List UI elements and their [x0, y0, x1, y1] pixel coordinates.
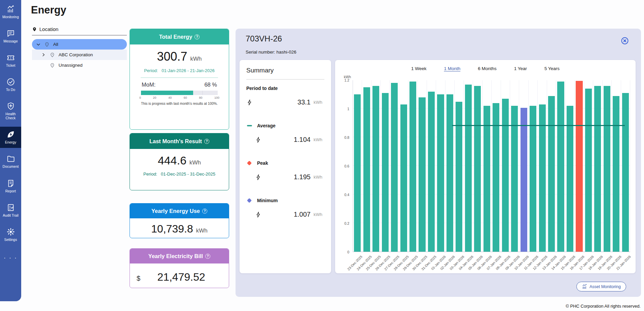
x-axis-labels: 23-Dec-202524-Dec-202525-Dec-202526-Dec-…: [353, 252, 630, 272]
info-icon[interactable]: ?: [202, 209, 207, 214]
mom-scale-tick: 20: [153, 96, 156, 99]
tab-1-month[interactable]: 1 Month: [444, 66, 460, 71]
bar-slot: [621, 80, 630, 252]
chevron-right-icon[interactable]: [41, 53, 46, 57]
energy-bar[interactable]: [400, 104, 407, 252]
peak-row: 1.195 kWh: [246, 173, 324, 181]
minimum-value: 1.007: [294, 211, 311, 218]
energy-bar[interactable]: [604, 86, 610, 252]
energy-bar[interactable]: [557, 82, 564, 252]
sidebar-item-label: Monitoring: [2, 15, 19, 19]
sidebar-item-message[interactable]: Message: [0, 26, 21, 47]
mom-progress-bar: [141, 91, 218, 95]
location-tree: All ABC Corporation Unassigned: [32, 39, 127, 70]
average-row: 1.104 kWh: [246, 136, 324, 144]
bar-slot: [408, 80, 418, 252]
last-month-header: Last Month's Result ?: [130, 133, 229, 149]
bar-slot: [455, 80, 464, 252]
sidebar-item-label: Health Check: [0, 112, 21, 120]
energy-bar[interactable]: [622, 93, 629, 252]
energy-bar[interactable]: [548, 96, 555, 252]
yearly-energy-card: Yearly Energy Use ? 10,739.8 kWh: [130, 203, 229, 238]
energy-bar[interactable]: [456, 102, 462, 252]
sidebar-more-button[interactable]: . . .: [0, 253, 21, 260]
bar-slot: [381, 80, 390, 252]
summary-title: Summary: [246, 67, 324, 74]
energy-bar[interactable]: [409, 82, 416, 252]
range-tabs: 1 Week1 Month6 Months1 Year5 Years: [335, 66, 636, 71]
energy-bar[interactable]: [511, 106, 518, 252]
settings-icon: [6, 227, 15, 236]
energy-bar[interactable]: [576, 81, 582, 252]
energy-bar[interactable]: [530, 106, 536, 252]
minimum-row: 1.007 kWh: [246, 211, 324, 218]
bar-slot: [427, 80, 436, 252]
sidebar-item-label: Document: [3, 164, 19, 168]
yearly-energy-title: Yearly Energy Use: [151, 208, 200, 214]
energy-bar[interactable]: [354, 94, 361, 252]
mom-row: MoM: 68 %: [142, 82, 217, 88]
sidebar-item-energy[interactable]: Energy: [0, 127, 21, 148]
bar-slot: [445, 80, 455, 252]
energy-bar[interactable]: [521, 108, 527, 252]
unit-label: kWh: [314, 100, 323, 105]
info-icon[interactable]: ?: [194, 34, 200, 39]
energy-bar[interactable]: [484, 106, 490, 252]
bar-slot: [418, 80, 427, 252]
tab-1-year[interactable]: 1 Year: [514, 66, 527, 71]
mom-label: MoM:: [142, 82, 155, 88]
bar-slot: [529, 80, 538, 252]
energy-bar[interactable]: [428, 92, 435, 252]
energy-bar[interactable]: [613, 96, 619, 252]
sidebar-item-health-check[interactable]: Health Check: [0, 98, 21, 124]
energy-bar[interactable]: [585, 89, 592, 252]
asset-monitoring-button[interactable]: Asset Monitoring: [576, 282, 626, 291]
tree-item-all[interactable]: All: [32, 39, 127, 50]
sidebar-item-ticket[interactable]: Ticket: [0, 50, 21, 71]
energy-bar[interactable]: [391, 83, 398, 252]
tab-6-months[interactable]: 6 Months: [478, 66, 497, 71]
energy-bar[interactable]: [363, 87, 370, 252]
sidebar-item-settings[interactable]: Settings: [0, 224, 21, 245]
energy-bar[interactable]: [594, 86, 601, 252]
sidebar-item-document[interactable]: Document: [0, 151, 21, 172]
divider: [141, 77, 218, 78]
energy-bar[interactable]: [474, 86, 481, 252]
sidebar-item-label: Report: [5, 189, 16, 193]
tree-item-abc-corporation[interactable]: ABC Corporation: [32, 50, 127, 60]
tab-5-years[interactable]: 5 Years: [544, 66, 560, 71]
period-to-date-value: 33.1: [297, 98, 311, 106]
energy-bar[interactable]: [465, 85, 472, 252]
energy-bar[interactable]: [382, 93, 389, 252]
energy-bar[interactable]: [502, 99, 509, 252]
minimum-marker: [246, 199, 252, 202]
sidebar-item-monitoring[interactable]: Monitoring: [0, 1, 21, 23]
info-icon[interactable]: ?: [205, 254, 210, 259]
energy-bar[interactable]: [437, 94, 444, 252]
energy-icon: [6, 130, 15, 139]
bar-slot: [584, 80, 593, 252]
yearly-bill-value: 21,479.52: [140, 271, 222, 283]
tree-item-unassigned[interactable]: Unassigned: [32, 60, 127, 70]
monitoring-icon: [6, 5, 15, 13]
sidebar-item-audit-trail[interactable]: Audit Trail: [0, 200, 21, 221]
energy-bar[interactable]: [539, 104, 546, 252]
total-energy-period: Period: 01-Jan-2026 - 21-Jan-2026: [130, 68, 229, 73]
info-icon[interactable]: ?: [204, 139, 209, 144]
y-tick-label: 1: [335, 107, 349, 111]
energy-bar[interactable]: [446, 94, 453, 252]
chevron-down-icon[interactable]: [36, 42, 41, 47]
average-marker: [246, 125, 252, 126]
sidebar-item-report[interactable]: Report: [0, 176, 21, 197]
period-to-date-label: Period to date: [246, 86, 324, 91]
energy-bar[interactable]: [419, 97, 425, 252]
mom-progress-fill: [141, 91, 193, 95]
sidebar-item-to-do[interactable]: To Do: [0, 74, 21, 95]
energy-bar[interactable]: [567, 106, 573, 252]
close-icon[interactable]: [621, 37, 629, 45]
peak-label: Peak: [246, 160, 324, 166]
energy-bar[interactable]: [372, 86, 379, 252]
health-check-icon: [6, 102, 15, 111]
bar-slot: [519, 80, 528, 252]
tab-1-week[interactable]: 1 Week: [411, 66, 427, 71]
